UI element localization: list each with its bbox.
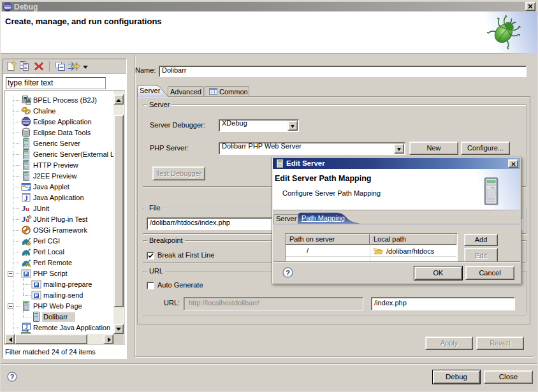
svg-text:?: ? <box>286 268 290 277</box>
svg-text:?: ? <box>10 373 15 381</box>
